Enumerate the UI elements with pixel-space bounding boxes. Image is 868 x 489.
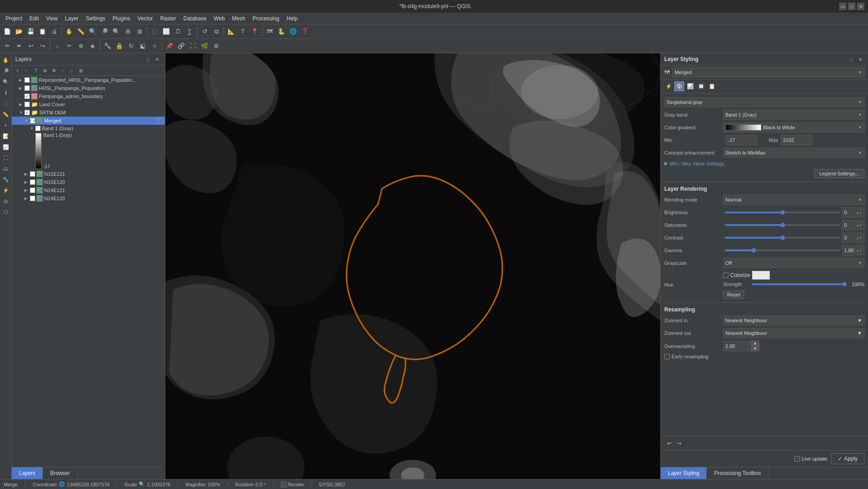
layer-visibility-checkbox[interactable] — [24, 85, 30, 91]
plugin-tool-5[interactable]: ◎ — [1, 196, 11, 206]
redo-styling-button[interactable]: ↪ — [674, 438, 684, 448]
filter-layer-button[interactable]: ⊤ — [32, 66, 40, 75]
deselect-button[interactable]: ⬜ — [161, 26, 172, 37]
min-input[interactable] — [726, 135, 757, 145]
digitize-button[interactable]: ✒ — [14, 41, 24, 52]
menu-database[interactable]: Database — [180, 14, 210, 23]
vertex-tool-button[interactable]: ⬦ — [52, 41, 63, 52]
layer-visibility-checkbox[interactable] — [30, 171, 35, 177]
layer-selector-combo[interactable]: Merged ▼ — [672, 67, 864, 77]
snap-button[interactable]: 🔧 — [102, 41, 113, 52]
plugin-tool-3[interactable]: 🔧 — [1, 174, 11, 184]
zoom-out-button[interactable]: 🔍 — [111, 26, 121, 37]
plugin-tool-1[interactable]: ⛶ — [1, 153, 11, 163]
add-feature-button[interactable]: ✏️ — [75, 26, 86, 37]
duplicate-layer-button[interactable]: ⧉ — [50, 66, 58, 75]
menu-raster[interactable]: Raster — [157, 14, 180, 23]
tile-button[interactable]: ⧉ — [211, 26, 222, 37]
menu-settings[interactable]: Settings — [82, 14, 109, 23]
color-gradient-combo[interactable]: Black to White ▼ — [723, 122, 864, 132]
undo-styling-button[interactable]: ↩ — [664, 438, 674, 448]
apply-button[interactable]: ✓ Apply — [831, 453, 864, 464]
grayscale-combo[interactable]: Off ▼ — [723, 258, 864, 268]
rp-close-button[interactable]: ✕ — [856, 55, 864, 63]
browser-button[interactable]: 🌐 — [288, 26, 299, 37]
layer-up-button[interactable]: ↑ — [59, 66, 67, 75]
split-button[interactable]: ✂ — [64, 41, 75, 52]
legend-settings-button[interactable]: Legend Settings... — [814, 169, 864, 178]
layer-visibility-checkbox[interactable] — [35, 126, 41, 131]
group-layer-button[interactable]: ⊞ — [77, 66, 85, 75]
plugin-tool-2[interactable]: 🗂 — [1, 164, 11, 174]
open-attribute-table-button[interactable]: 🗒 — [173, 26, 183, 37]
layer-tree-button[interactable]: 🗺 — [264, 26, 275, 37]
menu-processing[interactable]: Processing — [249, 14, 283, 23]
profile-tool[interactable]: 📈 — [1, 142, 11, 152]
pan-tool[interactable]: ✋ — [1, 55, 11, 65]
annotation-button[interactable]: 📍 — [249, 26, 260, 37]
print-button[interactable]: 🖨 — [49, 26, 60, 37]
menu-plugins[interactable]: Plugins — [109, 14, 134, 23]
layer-item-srtm-dem[interactable]: ▼ 📁 SRTM DEM — [12, 108, 165, 117]
zoomed-in-combo[interactable]: Nearest Neighbour ▼ — [723, 315, 864, 325]
layers-expand-button[interactable]: □ — [144, 55, 152, 63]
grass-button[interactable]: 🌿 — [199, 41, 210, 52]
add-layer-tool[interactable]: + — [1, 120, 11, 130]
label-button[interactable]: T — [238, 26, 248, 37]
layer-item-pampanga-admin[interactable]: Pampanga_admin_boundary — [12, 92, 165, 100]
georef-button[interactable]: 📌 — [164, 41, 175, 52]
reshape-button[interactable]: ◈ — [87, 41, 98, 52]
menu-view[interactable]: View — [42, 14, 61, 23]
menu-edit[interactable]: Edit — [26, 14, 42, 23]
layer-visibility-checkbox[interactable]: ✓ — [30, 118, 35, 123]
layer-visibility-checkbox[interactable] — [24, 110, 30, 115]
refresh-button[interactable]: ↺ — [199, 26, 210, 37]
colorize-checkbox[interactable] — [723, 273, 728, 278]
measure-button[interactable]: 📐 — [226, 26, 237, 37]
annotate-tool[interactable]: 📝 — [1, 131, 11, 141]
zoomed-out-combo[interactable]: Nearest Neighbour ▼ — [723, 328, 864, 338]
early-resampling-checkbox[interactable] — [664, 354, 670, 359]
minmax-settings-expand[interactable]: ▶ Min / Max Value Settings — [664, 160, 864, 166]
open-project-button[interactable]: 📂 — [14, 26, 24, 37]
menu-web[interactable]: Web — [210, 14, 228, 23]
live-update-checkbox[interactable]: ✓ — [794, 456, 800, 461]
renderer-combo[interactable]: Singleband gray ▼ — [664, 97, 864, 107]
gamma-thumb[interactable] — [751, 248, 756, 253]
identify-button[interactable]: 🔍 — [87, 26, 98, 37]
advanced-button[interactable]: ⚙ — [211, 41, 222, 52]
oversampling-down-button[interactable]: ▼ — [751, 346, 759, 351]
renderer-type-icon-3[interactable]: 📊 — [685, 81, 695, 91]
epsg-item[interactable]: EPSG:3857 — [319, 482, 345, 487]
pan-button[interactable]: ✋ — [64, 26, 75, 37]
oversampling-input[interactable] — [723, 341, 750, 351]
select-button[interactable]: ⬚ — [149, 26, 160, 37]
save-project-button[interactable]: 💾 — [25, 26, 36, 37]
menu-layer[interactable]: Layer — [61, 14, 82, 23]
gamma-value[interactable]: 1.00 ▲▼ — [842, 245, 864, 255]
menu-project[interactable]: Project — [2, 14, 26, 23]
layer-item-reprojected-hrsl[interactable]: ▶ Reprojected_HRSL_Pampanga_Populatio... — [12, 76, 165, 84]
layer-item-land-cover[interactable]: ▶ 📁 Land Cover — [12, 100, 165, 108]
oversampling-up-button[interactable]: ▲ — [751, 341, 759, 346]
save-as-button[interactable]: 📋 — [37, 26, 48, 37]
tab-browser[interactable]: Browser — [43, 467, 78, 479]
help-toolbar-button[interactable]: ❓ — [299, 26, 310, 37]
renderer-type-icon-4[interactable]: 🔲 — [696, 81, 706, 91]
tab-layer-styling[interactable]: Layer Styling — [661, 467, 707, 479]
minimize-button[interactable]: — — [839, 3, 846, 10]
render-checkbox[interactable]: ✓ — [281, 482, 286, 487]
rotate-button[interactable]: ↻ — [126, 41, 136, 52]
menu-help[interactable]: Help — [283, 14, 302, 23]
zoom-selection-button[interactable]: ⊠ — [134, 26, 145, 37]
layer-visibility-checkbox[interactable] — [24, 102, 30, 107]
brightness-thumb[interactable] — [780, 210, 785, 215]
field-calculator-button[interactable]: ∑ — [184, 26, 195, 37]
layer-visibility-checkbox[interactable] — [30, 196, 35, 201]
blending-mode-combo[interactable]: Normal ▼ — [723, 195, 864, 205]
redo-button[interactable]: ↪ — [37, 41, 48, 52]
tab-layers[interactable]: Layers — [12, 467, 43, 479]
contrast-value[interactable]: 0 ▲▼ — [842, 233, 864, 243]
layer-item-n14e121[interactable]: ▶ N14E121 — [12, 186, 165, 194]
merge-button[interactable]: ⊕ — [75, 41, 86, 52]
